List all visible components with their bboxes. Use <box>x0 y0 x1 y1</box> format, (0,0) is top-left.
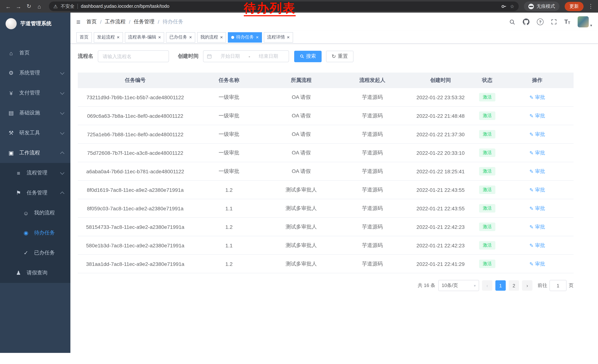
tab[interactable]: 流程表单-编辑 × <box>125 32 164 42</box>
edit-icon: ✎ <box>530 224 534 230</box>
sidebar-item-workflow[interactable]: ▣ 工作流程 <box>0 143 70 163</box>
start-date-placeholder[interactable]: 开始日期 <box>213 53 247 60</box>
sidebar-item-payment[interactable]: ¥ 支付管理 <box>0 83 70 103</box>
browser-home-icon[interactable]: ⌂ <box>35 3 44 9</box>
close-icon[interactable]: × <box>220 35 223 40</box>
address-bar[interactable]: ⚠ 不安全 dashboard.yudao.iocoder.cn/bpm/tas… <box>49 1 519 11</box>
approve-link[interactable]: ✎ 审批 <box>530 224 545 230</box>
close-icon[interactable]: × <box>287 35 290 40</box>
breadcrumb-home[interactable]: 首页 <box>86 18 97 25</box>
tab[interactable]: 首页 × <box>76 32 92 42</box>
cell-task-name: 一级审批 <box>193 106 265 125</box>
breadcrumb-current: 待办任务 <box>163 18 183 25</box>
logo-avatar <box>6 18 17 29</box>
avatar[interactable] <box>578 16 589 27</box>
approve-link[interactable]: ✎ 审批 <box>530 149 545 156</box>
url-text[interactable]: dashboard.yudao.iocoder.cn/bpm/task/todo <box>81 4 169 9</box>
cell-process: OA 请假 <box>265 106 337 125</box>
tab[interactable]: 我的流程 × <box>197 32 226 42</box>
sidebar-item-task-management[interactable]: ⚑ 任务管理 <box>0 183 70 203</box>
breadcrumb-workflow[interactable]: 工作流程 <box>105 18 126 25</box>
cell-status: 激活 <box>473 199 501 218</box>
refresh-icon: ↻ <box>332 54 336 59</box>
tab-label: 待办任务 <box>236 34 254 40</box>
close-icon[interactable]: × <box>256 35 259 40</box>
date-range-picker[interactable]: 开始日期 - 结束日期 <box>203 50 289 62</box>
bookmark-star-icon[interactable]: ☆ <box>510 4 514 9</box>
help-icon[interactable]: ? <box>537 18 544 25</box>
goto-label: 前往 <box>538 282 547 289</box>
cell-starter: 芋道源码 <box>337 125 407 144</box>
chevron-down-icon: ▾ <box>590 23 592 27</box>
page-number-button[interactable]: 2 <box>509 280 519 291</box>
sidebar-item-my-process[interactable]: ☺ 我的流程 <box>0 203 70 223</box>
browser-chrome: ← → ↻ ⌂ ⚠ 不安全 dashboard.yudao.iocoder.cn… <box>0 0 598 13</box>
approve-link[interactable]: ✎ 审批 <box>530 242 545 249</box>
sidebar-toggle-icon[interactable]: ≡ <box>76 18 80 25</box>
sidebar-item-home[interactable]: ⌂ 首页 <box>0 43 70 63</box>
chevron-down-icon <box>60 71 65 75</box>
search-icon[interactable] <box>509 19 515 25</box>
reload-icon[interactable]: ↻ <box>25 3 33 10</box>
approve-link[interactable]: ✎ 审批 <box>530 186 545 193</box>
tab[interactable]: 发起流程 × <box>94 32 123 42</box>
close-icon[interactable]: × <box>117 35 119 40</box>
fullscreen-icon[interactable] <box>551 19 557 25</box>
search-button[interactable]: 搜索 <box>294 50 322 62</box>
cell-status: 激活 <box>473 180 501 199</box>
process-name-input[interactable] <box>98 50 169 62</box>
status-badge: 激活 <box>479 241 495 250</box>
back-icon[interactable]: ← <box>4 3 13 9</box>
sidebar-item-label: 待办任务 <box>34 230 55 236</box>
github-icon[interactable] <box>523 18 530 25</box>
cell-status: 激活 <box>473 144 501 162</box>
close-icon[interactable]: × <box>189 35 192 40</box>
approve-link[interactable]: ✎ 审批 <box>530 94 545 101</box>
sidebar-item-process-management[interactable]: ≡ 流程管理 <box>0 163 70 183</box>
approve-link[interactable]: ✎ 审批 <box>530 168 545 175</box>
cell-task-name: 一级审批 <box>193 88 265 106</box>
next-page-button[interactable]: › <box>522 280 532 291</box>
sidebar-item-infrastructure[interactable]: ▤ 基础设施 <box>0 103 70 123</box>
cell-create-time: 2022-01-22 21:48:48 <box>407 106 473 125</box>
sidebar-item-system[interactable]: ⚙ 系统管理 <box>0 63 70 83</box>
prev-page-button[interactable]: ‹ <box>482 280 492 291</box>
browser-menu-icon[interactable]: ⋮ <box>588 3 594 10</box>
cell-starter: 芋道源码 <box>337 199 407 218</box>
approve-label: 审批 <box>535 242 545 249</box>
page-size-select[interactable]: 10条/页 ▾ <box>438 280 479 291</box>
page-number-button[interactable]: 1 <box>495 280 506 291</box>
sidebar-item-label: 任务管理 <box>27 190 47 196</box>
tab[interactable]: 已办任务 × <box>166 32 195 42</box>
range-separator: - <box>249 54 250 59</box>
font-size-icon[interactable]: TT <box>564 19 570 25</box>
user-menu[interactable]: ▾ <box>578 16 592 27</box>
update-button[interactable]: 更新 <box>565 2 583 11</box>
tab-label: 已办任务 <box>169 34 187 40</box>
close-icon[interactable]: × <box>158 35 161 40</box>
breadcrumb-separator: / <box>158 19 159 25</box>
sidebar-item-todo-task[interactable]: ◉ 待办任务 <box>0 223 70 243</box>
cell-task-id: 73211d9d-7b9b-11ec-b5b7-acde48001122 <box>78 88 193 106</box>
sidebar-item-done-task[interactable]: ✓ 已办任务 <box>0 243 70 263</box>
cell-actions: ✎ 审批 <box>501 125 573 144</box>
tab[interactable]: 流程详情 × <box>264 32 293 42</box>
sidebar-item-label: 支付管理 <box>19 90 40 96</box>
table-row: 725a1eb6-7b88-11ec-8ef0-acde48001122 一级审… <box>78 125 573 144</box>
goto-page-input[interactable] <box>549 280 566 291</box>
reset-button[interactable]: ↻ 重置 <box>326 50 353 62</box>
sidebar-item-devtools[interactable]: ⚒ 研发工具 <box>0 123 70 143</box>
tab[interactable]: 待办任务 × <box>228 32 262 42</box>
password-key-icon[interactable] <box>501 4 507 9</box>
breadcrumb-separator: / <box>129 19 130 25</box>
sidebar-item-leave-query[interactable]: ♟ 请假查询 <box>0 263 70 283</box>
breadcrumb-task-management[interactable]: 任务管理 <box>134 18 155 25</box>
approve-link[interactable]: ✎ 审批 <box>530 205 545 212</box>
approve-link[interactable]: ✎ 审批 <box>530 260 545 267</box>
approve-link[interactable]: ✎ 审批 <box>530 131 545 138</box>
cell-process: OA 请假 <box>265 144 337 162</box>
approve-link[interactable]: ✎ 审批 <box>530 112 545 119</box>
status-badge: 激活 <box>479 112 495 120</box>
end-date-placeholder[interactable]: 结束日期 <box>252 53 285 60</box>
forward-icon[interactable]: → <box>14 3 23 9</box>
